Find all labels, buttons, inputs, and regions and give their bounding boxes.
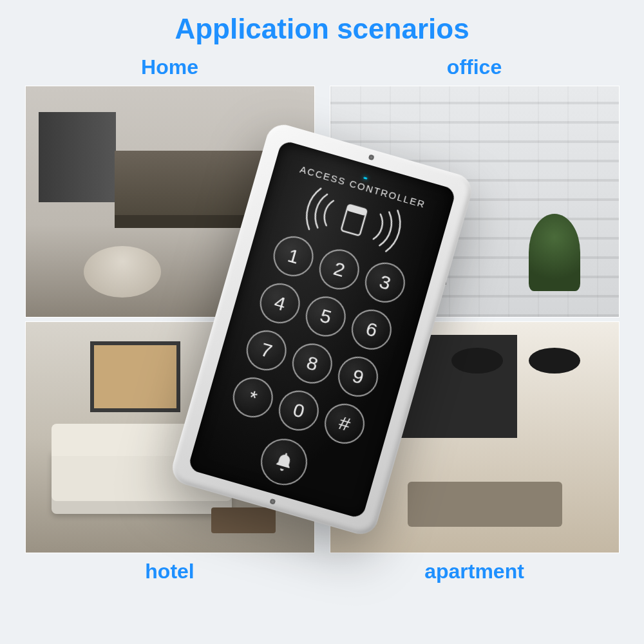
label-home: Home [141, 55, 198, 79]
bell-icon [270, 448, 298, 475]
keypad: 1 2 3 4 5 6 7 8 9 * 0 # [228, 232, 410, 449]
key-star[interactable]: * [228, 373, 278, 422]
key-5[interactable]: 5 [301, 292, 350, 341]
key-1[interactable]: 1 [269, 232, 318, 281]
screw-icon [269, 498, 276, 505]
label-hotel: hotel [145, 560, 194, 583]
status-led-icon [363, 176, 368, 180]
key-7[interactable]: 7 [242, 326, 291, 375]
key-3[interactable]: 3 [361, 258, 410, 307]
key-2[interactable]: 2 [314, 245, 364, 294]
key-0[interactable]: 0 [274, 386, 324, 435]
screw-icon [368, 154, 375, 160]
label-apartment: apartment [424, 560, 524, 583]
key-9[interactable]: 9 [334, 352, 383, 402]
key-8[interactable]: 8 [287, 339, 337, 388]
label-office: office [447, 55, 502, 79]
key-6[interactable]: 6 [347, 305, 397, 354]
key-4[interactable]: 4 [255, 279, 305, 328]
key-hash[interactable]: # [320, 399, 370, 449]
page-title: Application scenarios [0, 0, 644, 55]
doorbell-button[interactable] [255, 433, 312, 491]
